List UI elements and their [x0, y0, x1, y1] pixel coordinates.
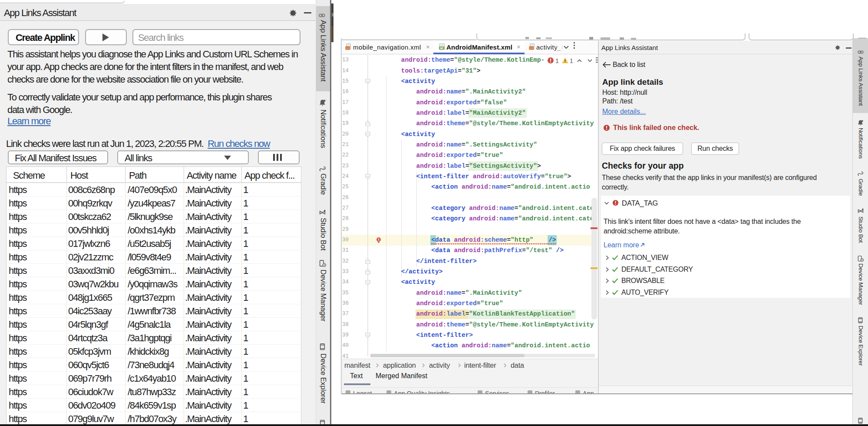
svg-text:<>: <> — [346, 47, 350, 50]
svg-text:<>: <> — [530, 47, 533, 50]
svg-text:MF: MF — [440, 47, 444, 50]
